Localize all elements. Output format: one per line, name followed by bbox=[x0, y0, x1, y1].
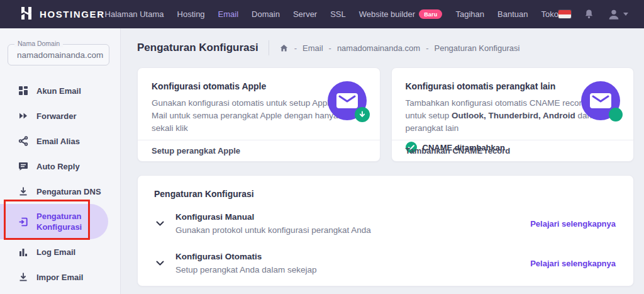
sidebar-item-log-email[interactable]: Log Email bbox=[0, 239, 120, 264]
nav-item-halaman-utama[interactable]: Halaman Utama bbox=[105, 9, 164, 19]
learn-more-link-automatic[interactable]: Pelajari selengkapnya bbox=[530, 259, 617, 268]
apple-card-description: Gunakan konfigurasi otomatis untuk setup… bbox=[152, 97, 339, 135]
nav-item-tagihan[interactable]: Tagihan bbox=[455, 9, 484, 19]
domain-selector-label: Nama Domain bbox=[14, 40, 63, 47]
learn-more-link-manual[interactable]: Pelajari selengkapnya bbox=[530, 219, 617, 229]
automatic-config-row: Konfigurasi Otomatis Setup perangkat And… bbox=[154, 252, 617, 274]
sidebar-item-label: Impor Email bbox=[36, 273, 83, 282]
import-icon bbox=[18, 272, 28, 283]
breadcrumb-domain[interactable]: namadomainanda.com bbox=[337, 43, 420, 53]
forward-icon bbox=[18, 111, 28, 122]
sidebar-item-pengaturan-dns[interactable]: Pengaturan DNS bbox=[0, 179, 120, 204]
automatic-config-subtitle: Setup perangkat Anda dalam sekejap bbox=[175, 265, 316, 274]
add-cname-record-button[interactable]: Tambahkan CNAME record bbox=[392, 140, 634, 161]
share-icon bbox=[18, 136, 28, 147]
top-navbar: HOSTINGER Halaman Utama Hosting Email Do… bbox=[0, 0, 644, 28]
brand-name: HOSTINGER bbox=[40, 9, 105, 20]
configuration-settings-panel: Pengaturan Konfigurasi Konfigurasi Manua… bbox=[137, 175, 634, 286]
apple-config-card: Konfigurasi otomatis Apple Gunakan konfi… bbox=[137, 67, 380, 162]
email-circle-icon bbox=[581, 81, 620, 120]
header-divider bbox=[269, 40, 269, 55]
config-cards-row: Konfigurasi otomatis Apple Gunakan konfi… bbox=[137, 67, 634, 162]
sidebar-item-forwarder[interactable]: Forwarder bbox=[0, 103, 120, 128]
breadcrumb-current: Pengaturan Konfigurasi bbox=[434, 43, 519, 53]
hostinger-logo[interactable]: HOSTINGER bbox=[19, 6, 105, 23]
sidebar-item-label: Forwarder bbox=[36, 111, 77, 121]
account-caret-icon bbox=[623, 13, 628, 16]
breadcrumb: - Email - namadomainanda.com - Pengatura… bbox=[279, 43, 520, 53]
grid-icon bbox=[18, 86, 28, 96]
panel-title: Pengaturan Konfigurasi bbox=[154, 189, 617, 199]
sidebar: Nama Domain namadomainanda.com Akun Emai… bbox=[0, 28, 121, 294]
sidebar-item-label: Log Email bbox=[36, 247, 75, 257]
sidebar-item-label: Pengaturan DNS bbox=[36, 187, 101, 196]
chevron-down-icon[interactable] bbox=[154, 261, 165, 266]
nav-item-hosting[interactable]: Hosting bbox=[177, 9, 205, 19]
download-badge-icon bbox=[355, 107, 370, 122]
nav-item-email[interactable]: Email bbox=[218, 9, 239, 19]
nav-item-server[interactable]: Server bbox=[293, 9, 317, 19]
sidebar-item-auto-reply[interactable]: Auto Reply bbox=[0, 154, 120, 179]
sidebar-item-impor-email[interactable]: Impor Email bbox=[0, 264, 120, 290]
config-icon bbox=[18, 217, 28, 227]
green-dot-badge bbox=[609, 108, 623, 122]
main-menu: Halaman Utama Hosting Email Domain Serve… bbox=[105, 9, 558, 19]
sidebar-item-label: Auto Reply bbox=[36, 162, 80, 171]
new-badge: Baru bbox=[419, 9, 442, 19]
home-icon[interactable] bbox=[279, 43, 289, 53]
breadcrumb-separator: - bbox=[426, 43, 428, 53]
automatic-config-text: Konfigurasi Otomatis Setup perangkat And… bbox=[175, 252, 316, 274]
manual-config-text: Konfigurasi Manual Gunakan protokol untu… bbox=[175, 212, 371, 235]
hostinger-logo-icon bbox=[19, 6, 34, 23]
notifications-bell-icon[interactable] bbox=[583, 8, 595, 20]
manual-config-subtitle: Gunakan protokol untuk konfigurasi peran… bbox=[175, 225, 371, 235]
language-flag-icon[interactable] bbox=[558, 10, 571, 18]
sidebar-item-email-alias[interactable]: Email Alias bbox=[0, 128, 120, 154]
nav-item-website-builder-label: Website builder bbox=[359, 9, 415, 19]
breadcrumb-separator: - bbox=[329, 43, 331, 53]
sidebar-item-label: Pengaturan Konfigurasi bbox=[36, 211, 98, 232]
email-circle-icon bbox=[328, 81, 367, 120]
account-user-icon[interactable] bbox=[607, 8, 628, 21]
bar-chart-icon bbox=[18, 247, 28, 257]
sidebar-item-label: Akun Email bbox=[36, 86, 81, 96]
sidebar-item-label: Email Alias bbox=[36, 137, 80, 146]
download-icon bbox=[18, 186, 28, 197]
chat-icon bbox=[18, 161, 28, 172]
nav-item-website-builder[interactable]: Website builder Baru bbox=[359, 9, 443, 19]
other-devices-config-card: Konfigurasi otomatis perangkat lain Tamb… bbox=[391, 67, 635, 162]
main-content: Pengaturan Konfigurasi - Email - namadom… bbox=[121, 28, 644, 294]
page-title: Pengaturan Konfigurasi bbox=[137, 42, 258, 54]
sidebar-item-akun-email[interactable]: Akun Email bbox=[0, 78, 120, 103]
sidebar-nav: Akun Email Forwarder Email Alias bbox=[0, 78, 120, 290]
domain-selector[interactable]: Nama Domain namadomainanda.com bbox=[8, 44, 109, 65]
sidebar-item-pengaturan-konfigurasi[interactable]: Pengaturan Konfigurasi bbox=[0, 204, 108, 239]
nav-item-toko[interactable]: Toko bbox=[541, 9, 558, 19]
nav-item-bantuan[interactable]: Bantuan bbox=[497, 9, 528, 19]
breadcrumb-email[interactable]: Email bbox=[303, 43, 323, 53]
other-card-desc-bold: Outlook, Thunderbird, Android bbox=[452, 111, 575, 120]
setup-apple-device-button[interactable]: Setup perangkat Apple bbox=[138, 140, 380, 161]
manual-config-row: Konfigurasi Manual Gunakan protokol untu… bbox=[154, 212, 617, 235]
nav-item-domain[interactable]: Domain bbox=[252, 9, 280, 19]
other-card-description: Tambahkan konfigurasi otomatis CNAME rec… bbox=[406, 97, 593, 135]
domain-selector-value: namadomainanda.com bbox=[17, 50, 103, 60]
breadcrumb-separator: - bbox=[294, 43, 297, 53]
nav-item-ssl[interactable]: SSL bbox=[330, 9, 346, 19]
chevron-down-icon[interactable] bbox=[154, 221, 165, 227]
automatic-config-title: Konfigurasi Otomatis bbox=[175, 252, 316, 261]
manual-config-title: Konfigurasi Manual bbox=[175, 212, 371, 222]
navbar-right bbox=[558, 8, 628, 21]
page-header: Pengaturan Konfigurasi - Email - namadom… bbox=[137, 28, 634, 67]
